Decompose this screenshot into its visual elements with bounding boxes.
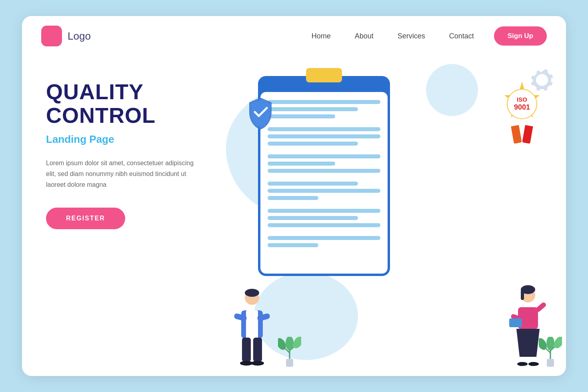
svg-rect-15: [535, 302, 547, 313]
iso-ribbon: [512, 126, 532, 143]
clipboard-clip: [306, 68, 342, 82]
svg-rect-20: [520, 362, 521, 366]
navbar: Logo Home About Services Contact Sign Up: [22, 16, 566, 56]
svg-point-18: [517, 362, 528, 366]
clipboard: [258, 68, 390, 276]
clip-line: [268, 142, 358, 146]
clipboard-body: [258, 76, 390, 276]
nav-contact[interactable]: Contact: [449, 32, 474, 40]
clip-line: [268, 196, 318, 200]
plant-left-icon: [278, 337, 301, 369]
person-man-icon: [230, 286, 274, 366]
shield-icon: [246, 96, 275, 130]
nav-services[interactable]: Services: [398, 32, 425, 40]
svg-rect-21: [531, 362, 532, 366]
logo-icon: [41, 26, 62, 46]
svg-point-10: [251, 361, 264, 366]
clip-line: [268, 134, 380, 138]
nav-links: Home About Services Contact: [312, 32, 474, 40]
nav-about[interactable]: About: [355, 32, 374, 40]
hero-subtitle: Landing Page: [46, 133, 203, 146]
hero-illustration: ISO 9001: [222, 56, 566, 376]
main-card: Logo Home About Services Contact Sign Up…: [22, 16, 566, 376]
clip-line: [268, 154, 380, 158]
clip-line: [268, 169, 380, 173]
iso-number: 9001: [514, 103, 530, 112]
register-button[interactable]: REGISTER: [46, 208, 125, 229]
hero-title: QUALITY CONTROL: [46, 80, 203, 128]
clip-line: [268, 100, 380, 104]
clip-line: [268, 189, 380, 193]
svg-point-2: [245, 289, 259, 297]
clip-line: [268, 223, 380, 227]
logo-area: Logo: [41, 26, 91, 46]
svg-rect-22: [286, 359, 293, 367]
iso-label: ISO: [517, 96, 527, 103]
clipboard-inner: [260, 92, 388, 274]
iso-badge: ISO 9001: [498, 80, 546, 143]
svg-rect-17: [509, 318, 522, 327]
clip-line: [268, 107, 358, 111]
hero-section: QUALITY CONTROL Landing Page Lorem ipsum…: [22, 56, 566, 376]
clip-line: [268, 209, 380, 213]
clip-line: [268, 127, 380, 131]
svg-rect-8: [253, 338, 262, 362]
person-woman-icon: [506, 284, 550, 368]
clip-line: [268, 216, 358, 220]
svg-rect-13: [521, 290, 524, 300]
clip-line: [268, 162, 335, 166]
hero-description: Lorem ipsum dolor sit amet, consectetuer…: [46, 158, 203, 190]
clip-line: [268, 243, 318, 247]
shield-badge: [246, 96, 275, 131]
svg-point-19: [528, 362, 539, 366]
logo-text: Logo: [68, 30, 91, 42]
hero-left: QUALITY CONTROL Landing Page Lorem ipsum…: [22, 56, 222, 376]
clip-line: [268, 114, 335, 118]
nav-home[interactable]: Home: [312, 32, 331, 40]
svg-rect-4: [246, 310, 258, 338]
svg-rect-7: [242, 338, 251, 362]
clip-line: [268, 182, 358, 186]
signup-button[interactable]: Sign Up: [494, 26, 547, 46]
svg-point-9: [240, 361, 253, 366]
blob-3: [426, 64, 478, 116]
clip-line: [268, 236, 380, 240]
